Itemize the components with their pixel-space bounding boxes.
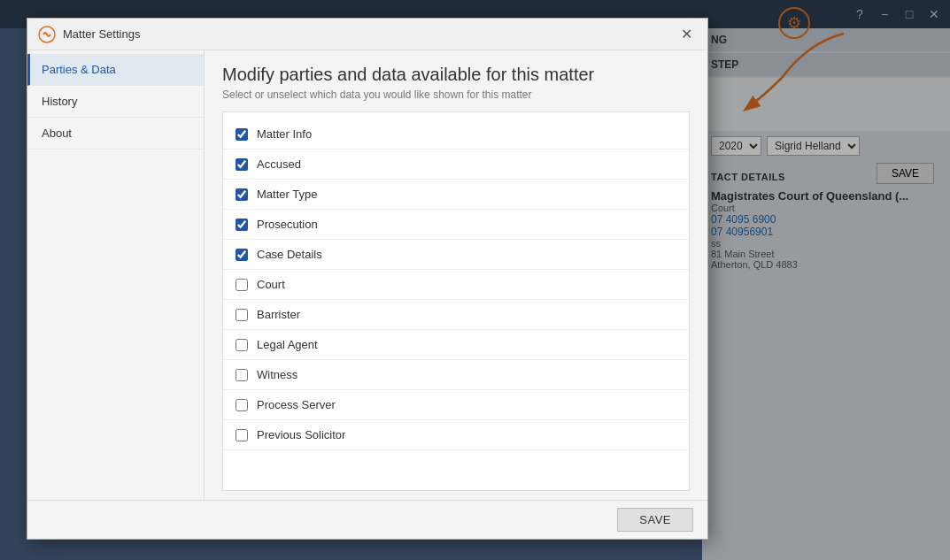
dialog-close-button[interactable]: ✕ xyxy=(676,24,697,45)
checkbox-label-case-details: Case Details xyxy=(257,248,322,261)
checkbox-item-legal-agent[interactable]: Legal Agent xyxy=(223,330,689,360)
checkbox-item-witness[interactable]: Witness xyxy=(223,360,689,390)
checkbox-item-matter-type[interactable]: Matter Type xyxy=(223,180,689,210)
checkbox-matter-type[interactable] xyxy=(236,188,248,201)
nav-item-about[interactable]: About xyxy=(27,118,204,150)
checkbox-item-prosecution[interactable]: Prosecution xyxy=(223,210,689,240)
checkbox-label-previous-solicitor: Previous Solicitor xyxy=(257,428,345,441)
content-heading: Modify parties and data available for th… xyxy=(222,65,690,85)
checkbox-item-court[interactable]: Court xyxy=(223,270,689,300)
checkbox-process-server[interactable] xyxy=(236,399,248,411)
checkbox-matter-info[interactable] xyxy=(236,128,248,141)
dialog-main-content: Modify parties and data available for th… xyxy=(205,50,707,500)
checkbox-barrister[interactable] xyxy=(236,309,248,321)
dialog-nav-sidebar: Parties & Data History About xyxy=(27,50,205,500)
nav-item-parties-data[interactable]: Parties & Data xyxy=(27,54,204,86)
checkbox-witness[interactable] xyxy=(236,369,248,381)
checkbox-label-court: Court xyxy=(257,278,285,291)
checkbox-label-accused: Accused xyxy=(257,157,301,171)
checkbox-item-previous-solicitor[interactable]: Previous Solicitor xyxy=(223,420,689,450)
dialog-titlebar: Matter Settings ✕ xyxy=(27,19,707,50)
checkbox-list: Matter InfoAccusedMatter TypeProsecution… xyxy=(222,111,690,491)
dialog-footer: SAVE xyxy=(27,500,707,539)
checkbox-case-details[interactable] xyxy=(236,249,248,261)
solv-logo-icon xyxy=(38,26,56,43)
checkbox-label-barrister: Barrister xyxy=(257,308,300,321)
dialog-save-button[interactable]: SAVE xyxy=(617,508,693,532)
dialog-title-left: Matter Settings xyxy=(38,26,140,43)
checkbox-item-case-details[interactable]: Case Details xyxy=(223,240,689,270)
checkbox-prosecution[interactable] xyxy=(236,219,248,231)
nav-item-history[interactable]: History xyxy=(27,86,204,118)
checkbox-label-process-server: Process Server xyxy=(257,398,336,411)
dialog-body: Parties & Data History About Modify part… xyxy=(27,50,707,500)
checkbox-item-matter-info[interactable]: Matter Info xyxy=(223,119,689,150)
matter-settings-dialog: Matter Settings ✕ Parties & Data History… xyxy=(27,18,708,540)
checkbox-label-legal-agent: Legal Agent xyxy=(257,338,318,351)
checkbox-item-process-server[interactable]: Process Server xyxy=(223,390,689,420)
dialog-title-text: Matter Settings xyxy=(63,27,140,41)
checkbox-previous-solicitor[interactable] xyxy=(236,429,248,441)
checkbox-label-prosecution: Prosecution xyxy=(257,218,318,231)
checkbox-label-witness: Witness xyxy=(257,368,297,381)
checkbox-item-barrister[interactable]: Barrister xyxy=(223,300,689,330)
checkbox-court[interactable] xyxy=(236,279,248,291)
checkbox-legal-agent[interactable] xyxy=(236,339,248,351)
checkbox-accused[interactable] xyxy=(236,158,248,171)
checkbox-label-matter-info: Matter Info xyxy=(257,127,312,141)
checkbox-item-accused[interactable]: Accused xyxy=(223,150,689,180)
content-subheading: Select or unselect which data you would … xyxy=(222,88,690,101)
checkbox-label-matter-type: Matter Type xyxy=(257,188,317,201)
